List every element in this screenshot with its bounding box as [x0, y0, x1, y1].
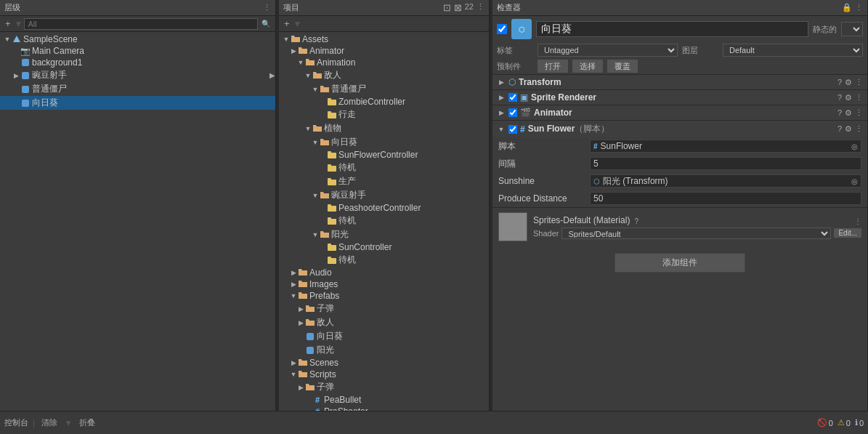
project-icon2[interactable]: ⊠ [454, 2, 462, 13]
static-dropdown[interactable] [841, 22, 863, 36]
go-active-checkbox[interactable] [497, 24, 507, 34]
material-help-icon[interactable]: ? [634, 217, 638, 225]
project-item-produce[interactable]: 生产 [279, 174, 489, 188]
hierarchy-search-input[interactable] [24, 18, 258, 30]
prefab-override-button[interactable]: 覆盖 [607, 60, 638, 73]
transform-menu-icon[interactable]: ⋮ [855, 78, 863, 87]
project-item-sunctrl[interactable]: SunController [279, 241, 489, 253]
hierarchy-item-background[interactable]: background1 [0, 57, 275, 68]
project-item-psctrl[interactable]: PeashooterController [279, 202, 489, 214]
project-arrow-audio: ▶ [289, 269, 298, 276]
script-label: 脚本 [498, 140, 585, 153]
go-name-input[interactable] [536, 21, 808, 37]
project-item-animation[interactable]: ▼Animation [279, 57, 489, 68]
project-item-sf_prefab[interactable]: 向日葵 [279, 329, 489, 343]
inspector-lock-icon[interactable]: 🔒 [842, 3, 852, 12]
sunflower-script-menu-icon[interactable]: ⋮ [855, 124, 863, 134]
material-menu-icon[interactable]: ⋮ [854, 217, 861, 225]
project-item-images[interactable]: ▶Images [279, 278, 489, 290]
project-item-audio[interactable]: ▶Audio [279, 267, 489, 278]
sprite-renderer-checkbox[interactable] [508, 93, 517, 102]
hierarchy-lock-icon[interactable]: ⋮ [263, 3, 271, 12]
console-collapse-button[interactable]: 折叠 [77, 417, 97, 429]
shader-label: Shader [533, 229, 559, 238]
sprite-renderer-header[interactable]: ▶ ▣ Sprite Renderer ? ⚙ ⋮ [492, 90, 867, 105]
hierarchy-label-scene: SampleScene [23, 34, 78, 44]
sunflower-script-header[interactable]: ▼ # Sun Flower（脚本） ? ⚙ ⋮ [492, 121, 867, 137]
project-item-zombiectrl[interactable]: ZombieController [279, 96, 489, 108]
project-item-animator[interactable]: ▶Animator [279, 45, 489, 57]
script-ref-circle-icon[interactable]: ◎ [851, 142, 858, 150]
project-item-bullet_scripts[interactable]: ▶子弹 [279, 380, 489, 394]
project-item-sunflower2[interactable]: ▼向日葵 [279, 135, 489, 149]
prefab-select-button[interactable]: 选择 [572, 60, 603, 73]
project-label-idle2: 待机 [338, 214, 356, 227]
console-error-group: 🚫 0 [817, 418, 833, 427]
add-component-button[interactable]: 添加组件 [615, 253, 745, 273]
project-item-peashooter2[interactable]: ▼豌豆射手 [279, 188, 489, 202]
animator-header[interactable]: ▶ 🎬 Animator ? ⚙ ⋮ [492, 105, 867, 120]
project-item-idle2[interactable]: 待机 [279, 214, 489, 228]
project-menu-icon[interactable]: ⋮ [476, 2, 484, 13]
tag-dropdown[interactable]: Untagged [538, 44, 678, 57]
hierarchy-item-peashooter[interactable]: ▶豌豆射手▶ [0, 68, 275, 82]
project-item-scripts[interactable]: ▼Scripts [279, 369, 489, 380]
interval-value[interactable] [590, 157, 861, 170]
script-ref-text: SunFlower [601, 141, 642, 151]
shader-dropdown[interactable]: Sprites/Default [561, 228, 831, 239]
sprite-renderer-menu-icon[interactable]: ⋮ [855, 93, 863, 103]
animator-menu-icon[interactable]: ⋮ [855, 108, 863, 118]
console-clear-button[interactable]: 清除 [39, 417, 60, 429]
sprite-renderer-help-icon[interactable]: ? [837, 93, 842, 103]
hierarchy-item-scene[interactable]: ▼SampleScene [0, 33, 275, 45]
project-add-button[interactable]: + [282, 17, 292, 30]
project-item-prefabs[interactable]: ▼Prefabs [279, 290, 489, 302]
hierarchy-item-maincamera[interactable]: 📷Main Camera [0, 45, 275, 57]
project-item-plants[interactable]: ▼植物 [279, 121, 489, 135]
project-item-sun_prefab[interactable]: 阳光 [279, 343, 489, 357]
animator-settings-icon[interactable]: ⚙ [845, 108, 852, 118]
sunflower-script-help-icon[interactable]: ? [837, 124, 842, 134]
project-item-sfctrl[interactable]: SunFlowerController [279, 149, 489, 161]
transform-help-icon[interactable]: ? [837, 78, 842, 87]
project-item-idle3[interactable]: 待机 [279, 253, 489, 267]
svg-rect-6 [328, 98, 331, 101]
sunshine-ref-circle-icon[interactable]: ◎ [851, 177, 858, 185]
sunflower-script-settings-icon[interactable]: ⚙ [845, 124, 852, 134]
project-arrow-bullet_scripts: ▶ [296, 384, 305, 391]
layer-dropdown[interactable]: Default [723, 44, 863, 57]
transform-header[interactable]: ▶ ⬡ Transform ? ⚙ ⋮ [492, 75, 867, 89]
project-item-assets[interactable]: ▼Assets [279, 33, 489, 45]
sunflower-script-checkbox[interactable] [508, 125, 517, 134]
project-icon1[interactable]: ⊡ [443, 2, 451, 13]
console-warning-count: 0 [846, 419, 851, 427]
animator-help-icon[interactable]: ? [837, 108, 842, 118]
project-item-prashooter[interactable]: #PraShooter [279, 406, 489, 411]
transform-settings-icon[interactable]: ⚙ [845, 78, 852, 87]
svg-rect-10 [328, 151, 331, 154]
project-item-zombie2[interactable]: ▼普通僵尸 [279, 82, 489, 96]
hierarchy-item-zombie[interactable]: 普通僵尸 [0, 82, 275, 96]
prefab-open-button[interactable]: 打开 [538, 60, 568, 73]
material-edit-button[interactable]: Edit... [834, 228, 861, 238]
inspector-menu-icon[interactable]: ⋮ [855, 3, 863, 12]
hierarchy-add-button[interactable]: + [3, 17, 13, 30]
sprite-renderer-settings-icon[interactable]: ⚙ [845, 93, 852, 103]
hierarchy-item-sunflower[interactable]: 向日葵 [0, 96, 275, 110]
hierarchy-search-icon[interactable]: 🔍 [259, 19, 272, 28]
project-label-sf_prefab: 向日葵 [317, 330, 343, 342]
project-item-idle[interactable]: 待机 [279, 161, 489, 174]
project-label-peashooter2: 豌豆射手 [331, 189, 366, 201]
project-item-enemy2[interactable]: ▶敌人 [279, 316, 489, 329]
static-label: 静态的 [813, 24, 837, 35]
project-item-bullet[interactable]: ▶子弹 [279, 302, 489, 316]
project-item-peabullet[interactable]: #PeaBullet [279, 394, 489, 406]
project-item-sun[interactable]: ▼阳光 [279, 228, 489, 241]
project-label-walk: 行走 [338, 108, 356, 121]
project-item-walk[interactable]: 行走 [279, 108, 489, 121]
produce-distance-value[interactable] [590, 192, 861, 205]
animator-right-icons: ? ⚙ ⋮ [837, 108, 863, 118]
animator-checkbox[interactable] [508, 108, 517, 117]
project-item-scenes[interactable]: ▶Scenes [279, 357, 489, 369]
project-item-enemy[interactable]: ▼敌人 [279, 68, 489, 82]
